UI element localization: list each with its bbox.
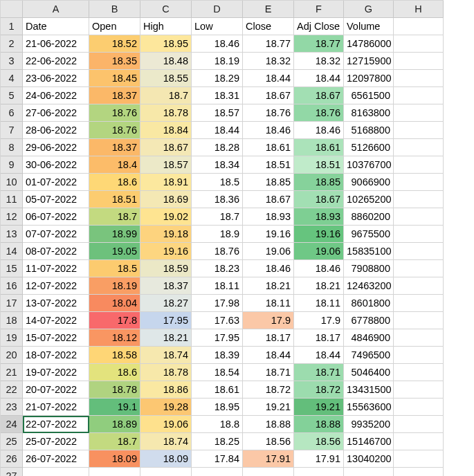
cell-date[interactable]: 22-07-2022 [23, 416, 89, 433]
cell-empty[interactable] [394, 174, 444, 191]
col-header-B[interactable]: B [89, 1, 140, 18]
cell-low[interactable]: 18.11 [192, 277, 243, 295]
cell-low[interactable]: 18.54 [192, 364, 243, 381]
cell-low[interactable]: 17.63 [192, 312, 243, 329]
cell-volume[interactable]: 5126600 [344, 139, 394, 156]
cell-open[interactable]: 18.45 [89, 70, 140, 87]
cell-close[interactable]: 18.85 [243, 174, 294, 191]
header-date[interactable]: Date [23, 18, 89, 35]
cell-empty[interactable] [394, 364, 444, 381]
cell-low[interactable]: 18.34 [192, 156, 243, 174]
cell-date[interactable]: 05-07-2022 [23, 191, 89, 208]
cell-empty[interactable] [394, 104, 444, 122]
cell-adjclose[interactable]: 18.11 [294, 295, 344, 312]
cell-open[interactable]: 19.05 [89, 243, 140, 260]
cell-adjclose[interactable]: 18.32 [294, 53, 344, 70]
cell-date[interactable]: 26-07-2022 [23, 450, 89, 468]
cell-close[interactable]: 18.17 [243, 329, 294, 347]
cell-adjclose[interactable]: 18.72 [294, 381, 344, 399]
cell-close[interactable]: 18.77 [243, 35, 294, 53]
cell-close[interactable]: 17.9 [243, 312, 294, 329]
cell-low[interactable]: 18.28 [192, 139, 243, 156]
cell-date[interactable]: 20-07-2022 [23, 381, 89, 399]
cell-high[interactable]: 18.67 [140, 139, 192, 156]
header-high[interactable]: High [140, 18, 192, 35]
cell-adjclose[interactable]: 18.46 [294, 260, 344, 277]
cell-low[interactable]: 18.9 [192, 226, 243, 243]
cell-date[interactable]: 07-07-2022 [23, 226, 89, 243]
cell-volume[interactable]: 7908800 [344, 260, 394, 277]
cell-low[interactable]: 18.5 [192, 174, 243, 191]
cell-open[interactable]: 18.7 [89, 433, 140, 450]
cell-low[interactable]: 18.23 [192, 260, 243, 277]
cell-low[interactable]: 18.46 [192, 35, 243, 53]
cell-open[interactable]: 18.99 [89, 226, 140, 243]
cell-close[interactable]: 18.72 [243, 381, 294, 399]
cell-open[interactable]: 18.7 [89, 208, 140, 226]
cell-volume[interactable]: 7496500 [344, 347, 394, 364]
cell-close[interactable]: 18.71 [243, 364, 294, 381]
cell-high[interactable]: 19.28 [140, 399, 192, 416]
cell-high[interactable]: 18.48 [140, 53, 192, 70]
cell-volume[interactable]: 9066900 [344, 174, 394, 191]
cell-close[interactable]: 18.67 [243, 191, 294, 208]
cell-empty[interactable] [192, 468, 243, 476]
cell-close[interactable]: 19.21 [243, 399, 294, 416]
cell-open[interactable]: 18.78 [89, 381, 140, 399]
header-volume[interactable]: Volume [344, 18, 394, 35]
cell-close[interactable]: 17.91 [243, 450, 294, 468]
cell-empty[interactable] [394, 139, 444, 156]
cell-open[interactable]: 18.5 [89, 260, 140, 277]
cell-volume[interactable]: 15835100 [344, 243, 394, 260]
cell-empty[interactable] [394, 35, 444, 53]
cell-volume[interactable]: 13040200 [344, 450, 394, 468]
cell-adjclose[interactable]: 19.21 [294, 399, 344, 416]
cell-empty[interactable] [243, 468, 294, 476]
cell-volume[interactable]: 12715900 [344, 53, 394, 70]
cell-empty[interactable] [394, 122, 444, 139]
cell-low[interactable]: 18.29 [192, 70, 243, 87]
cell-open[interactable]: 18.09 [89, 450, 140, 468]
cell-empty[interactable] [394, 381, 444, 399]
cell-adjclose[interactable]: 18.51 [294, 156, 344, 174]
row-header-7[interactable]: 7 [1, 122, 23, 139]
cell-close[interactable]: 18.44 [243, 347, 294, 364]
cell-date[interactable]: 11-07-2022 [23, 260, 89, 277]
cell-high[interactable]: 19.02 [140, 208, 192, 226]
col-header-C[interactable]: C [140, 1, 192, 18]
cell-date[interactable]: 21-06-2022 [23, 35, 89, 53]
cell-low[interactable]: 18.36 [192, 191, 243, 208]
cell-empty[interactable] [394, 87, 444, 104]
cell-close[interactable]: 18.32 [243, 53, 294, 70]
cell-adjclose[interactable]: 18.76 [294, 104, 344, 122]
cell-low[interactable]: 17.98 [192, 295, 243, 312]
cell-close[interactable]: 18.46 [243, 122, 294, 139]
row-header-1[interactable]: 1 [1, 18, 23, 35]
cell-open[interactable]: 18.12 [89, 329, 140, 347]
cell-empty[interactable] [394, 450, 444, 468]
cell-date[interactable]: 06-07-2022 [23, 208, 89, 226]
cell-open[interactable]: 18.52 [89, 35, 140, 53]
cell-empty[interactable] [394, 277, 444, 295]
cell-empty[interactable] [394, 53, 444, 70]
cell-empty[interactable] [394, 295, 444, 312]
row-header-3[interactable]: 3 [1, 53, 23, 70]
row-header-11[interactable]: 11 [1, 191, 23, 208]
cell-close[interactable]: 18.56 [243, 433, 294, 450]
cell-date[interactable]: 21-07-2022 [23, 399, 89, 416]
cell-close[interactable]: 18.44 [243, 70, 294, 87]
cell-close[interactable]: 19.16 [243, 226, 294, 243]
select-all-corner[interactable] [1, 1, 23, 18]
cell-open[interactable]: 18.37 [89, 87, 140, 104]
cell-high[interactable]: 18.74 [140, 347, 192, 364]
row-header-18[interactable]: 18 [1, 312, 23, 329]
cell-date[interactable]: 27-06-2022 [23, 104, 89, 122]
cell-date[interactable]: 29-06-2022 [23, 139, 89, 156]
cell-volume[interactable]: 5168800 [344, 122, 394, 139]
cell-empty[interactable] [394, 208, 444, 226]
cell-adjclose[interactable]: 18.56 [294, 433, 344, 450]
cell-empty[interactable] [140, 468, 192, 476]
header-close[interactable]: Close [243, 18, 294, 35]
col-header-A[interactable]: A [23, 1, 89, 18]
cell-high[interactable]: 18.55 [140, 70, 192, 87]
